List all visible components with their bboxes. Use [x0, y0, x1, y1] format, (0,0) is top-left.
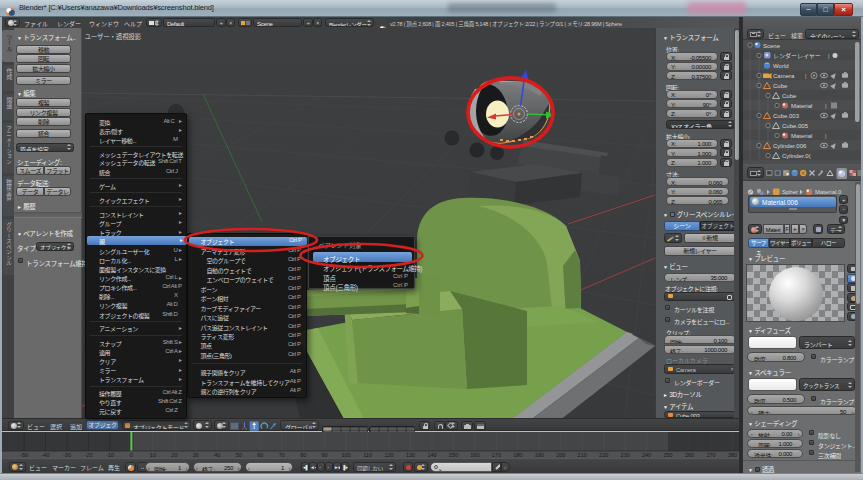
- svg-text:Cube.005: Cube.005: [782, 123, 809, 129]
- svg-text:250: 250: [664, 452, 673, 458]
- svg-text:180: 180: [513, 452, 522, 458]
- svg-text:260: 260: [685, 452, 694, 458]
- svg-text:90: 90: [322, 452, 328, 458]
- svg-text:150: 150: [449, 452, 458, 458]
- svg-text:Cube: Cube: [773, 83, 788, 89]
- svg-text:60: 60: [257, 452, 263, 458]
- svg-text:-30: -30: [63, 452, 71, 458]
- svg-text:Material: Material: [791, 103, 812, 109]
- svg-text:-10: -10: [106, 452, 114, 458]
- svg-text:10: 10: [150, 452, 156, 458]
- svg-text:Cylinder.0(: Cylinder.0(: [782, 153, 811, 159]
- svg-text:Camera: Camera: [773, 73, 795, 79]
- svg-text:-40: -40: [42, 452, 50, 458]
- svg-text:120: 120: [384, 452, 393, 458]
- svg-text:190: 190: [535, 452, 544, 458]
- svg-text:0: 0: [130, 452, 133, 458]
- svg-text:Scene: Scene: [763, 43, 781, 49]
- svg-text:230: 230: [621, 452, 630, 458]
- svg-text:-20: -20: [85, 452, 93, 458]
- svg-text:240: 240: [642, 452, 651, 458]
- svg-text:World: World: [773, 63, 789, 69]
- svg-text:Cube: Cube: [782, 93, 797, 99]
- svg-text:Cylinder.006: Cylinder.006: [773, 143, 807, 149]
- svg-text:170: 170: [492, 452, 501, 458]
- svg-text:20: 20: [171, 452, 177, 458]
- svg-text:ユーザー・透視投影: ユーザー・透視投影: [85, 32, 142, 41]
- svg-text:Material: Material: [791, 133, 812, 139]
- svg-text:140: 140: [427, 452, 436, 458]
- svg-text:40: 40: [214, 452, 220, 458]
- svg-text:-50: -50: [20, 452, 28, 458]
- svg-text:200: 200: [556, 452, 565, 458]
- svg-text:|: |: [825, 133, 827, 139]
- svg-text:|: |: [805, 73, 807, 79]
- svg-text:Cube.003: Cube.003: [773, 113, 800, 119]
- svg-text:80: 80: [300, 452, 306, 458]
- svg-text:50: 50: [236, 452, 242, 458]
- svg-text:220: 220: [599, 452, 608, 458]
- svg-text:30: 30: [193, 452, 199, 458]
- svg-text:100: 100: [342, 452, 351, 458]
- svg-text:レンダーレイヤー: レンダーレイヤー: [773, 52, 821, 60]
- svg-text:130: 130: [406, 452, 415, 458]
- svg-text:270: 270: [706, 452, 715, 458]
- svg-text:160: 160: [470, 452, 479, 458]
- svg-text:70: 70: [279, 452, 285, 458]
- svg-text:280: 280: [728, 452, 737, 458]
- svg-text:110: 110: [363, 452, 372, 458]
- svg-text:|: |: [828, 53, 830, 59]
- svg-text:|: |: [825, 103, 827, 109]
- svg-text:210: 210: [578, 452, 587, 458]
